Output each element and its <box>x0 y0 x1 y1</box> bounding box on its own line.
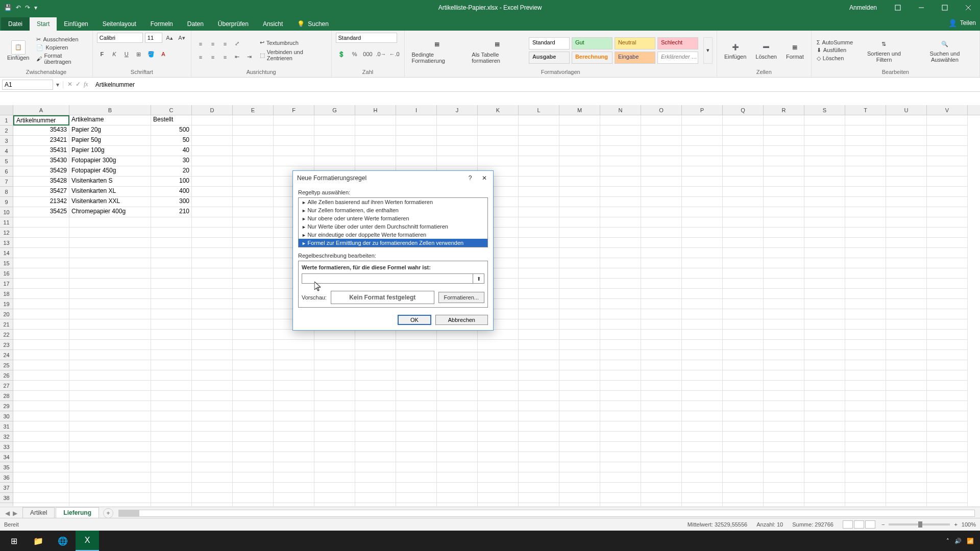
cell[interactable] <box>723 493 764 503</box>
cell[interactable] <box>723 289 764 299</box>
cell[interactable]: 40 <box>151 146 192 156</box>
cell[interactable] <box>13 391 69 401</box>
cell[interactable] <box>233 472 274 483</box>
cell[interactable] <box>478 442 519 452</box>
zoom-out-icon[interactable]: − <box>881 521 885 528</box>
col-header[interactable]: V <box>927 105 968 115</box>
cell[interactable] <box>478 462 519 472</box>
cell[interactable] <box>396 391 437 401</box>
cell[interactable] <box>723 156 764 166</box>
col-header[interactable]: E <box>233 105 274 115</box>
row-header[interactable]: 6 <box>0 166 13 177</box>
cell[interactable] <box>192 319 233 330</box>
cell[interactable] <box>886 452 927 462</box>
cell[interactable] <box>723 197 764 207</box>
cell[interactable] <box>13 238 69 248</box>
cell[interactable] <box>151 309 192 319</box>
cell[interactable] <box>600 299 641 309</box>
cell[interactable] <box>600 156 641 166</box>
row-header[interactable]: 36 <box>0 472 13 483</box>
cell[interactable] <box>886 411 927 421</box>
cell[interactable] <box>927 462 968 472</box>
col-header[interactable]: U <box>886 105 927 115</box>
view-normal-icon[interactable] <box>843 520 853 529</box>
cell[interactable] <box>600 217 641 228</box>
cell[interactable] <box>69 279 151 289</box>
range-picker-button[interactable]: ⬆ <box>473 273 484 284</box>
cell[interactable] <box>764 187 804 197</box>
tray-volume-icon[interactable]: 🔊 <box>954 538 962 544</box>
cell[interactable] <box>192 258 233 268</box>
cell[interactable] <box>13 350 69 360</box>
style-neutral[interactable]: Neutral <box>615 37 655 49</box>
cell[interactable] <box>274 146 314 156</box>
rule-type-item[interactable]: Nur eindeutige oder doppelte Werte forma… <box>299 231 487 239</box>
row-header[interactable]: 2 <box>0 126 13 136</box>
cell[interactable]: Papier 100g <box>69 146 151 156</box>
cell[interactable] <box>233 258 274 268</box>
cell[interactable] <box>723 462 764 472</box>
cell[interactable] <box>845 350 886 360</box>
cell[interactable] <box>927 340 968 350</box>
row-header[interactable]: 28 <box>0 391 13 401</box>
cell[interactable] <box>600 370 641 381</box>
formula-input[interactable]: Artikelnummer <box>92 81 980 88</box>
cell[interactable] <box>69 289 151 299</box>
cell[interactable] <box>355 340 396 350</box>
cell[interactable] <box>519 268 559 279</box>
cell[interactable] <box>274 452 314 462</box>
cell[interactable] <box>233 299 274 309</box>
cell[interactable] <box>641 462 682 472</box>
cell[interactable] <box>641 309 682 319</box>
cell[interactable] <box>845 268 886 279</box>
cell[interactable] <box>886 360 927 370</box>
cell[interactable] <box>641 421 682 432</box>
cell[interactable] <box>478 452 519 462</box>
cell[interactable] <box>927 156 968 166</box>
format-as-table-button[interactable]: ▦Als Tabelle formatieren <box>469 36 526 65</box>
cell[interactable] <box>600 258 641 268</box>
rule-type-item[interactable]: Nur Werte über oder unter dem Durchschni… <box>299 222 487 231</box>
cell[interactable] <box>519 360 559 370</box>
cell[interactable] <box>600 330 641 340</box>
cell[interactable] <box>559 166 600 177</box>
cell[interactable] <box>192 421 233 432</box>
cell[interactable] <box>559 207 600 217</box>
row-header[interactable]: 11 <box>0 217 13 228</box>
cell[interactable] <box>274 340 314 350</box>
cell[interactable] <box>478 432 519 442</box>
tab-einfügen[interactable]: Einfügen <box>57 17 95 31</box>
fx-icon[interactable]: fx <box>84 81 88 88</box>
cell[interactable] <box>233 146 274 156</box>
cell[interactable] <box>192 166 233 177</box>
cell[interactable] <box>192 432 233 442</box>
cell[interactable] <box>723 350 764 360</box>
orientation-icon[interactable]: ⤢ <box>232 39 242 49</box>
cell[interactable] <box>355 421 396 432</box>
currency-icon[interactable]: 💲 <box>336 49 347 59</box>
cell[interactable] <box>69 432 151 442</box>
cell[interactable] <box>804 432 845 442</box>
save-icon[interactable]: 💾 <box>4 4 12 11</box>
cell[interactable] <box>151 421 192 432</box>
cell[interactable] <box>437 360 478 370</box>
col-header[interactable]: N <box>600 105 641 115</box>
cell[interactable] <box>355 391 396 401</box>
cell[interactable] <box>559 299 600 309</box>
cell[interactable] <box>519 258 559 268</box>
cell[interactable] <box>886 391 927 401</box>
cell[interactable] <box>437 411 478 421</box>
dialog-help-button[interactable]: ? <box>463 172 477 184</box>
format-cells-button[interactable]: ▦Format <box>783 40 807 61</box>
cell[interactable] <box>559 289 600 299</box>
row-header[interactable]: 24 <box>0 350 13 360</box>
cell[interactable] <box>274 370 314 381</box>
cell[interactable] <box>69 238 151 248</box>
cell[interactable] <box>13 248 69 258</box>
cell[interactable] <box>886 136 927 146</box>
system-tray[interactable]: ˄ 🔊 📶 <box>946 538 978 544</box>
cell[interactable] <box>600 197 641 207</box>
cell[interactable] <box>13 289 69 299</box>
style-ausgabe[interactable]: Ausgabe <box>529 52 570 64</box>
redo-icon[interactable]: ↷ <box>25 4 30 11</box>
